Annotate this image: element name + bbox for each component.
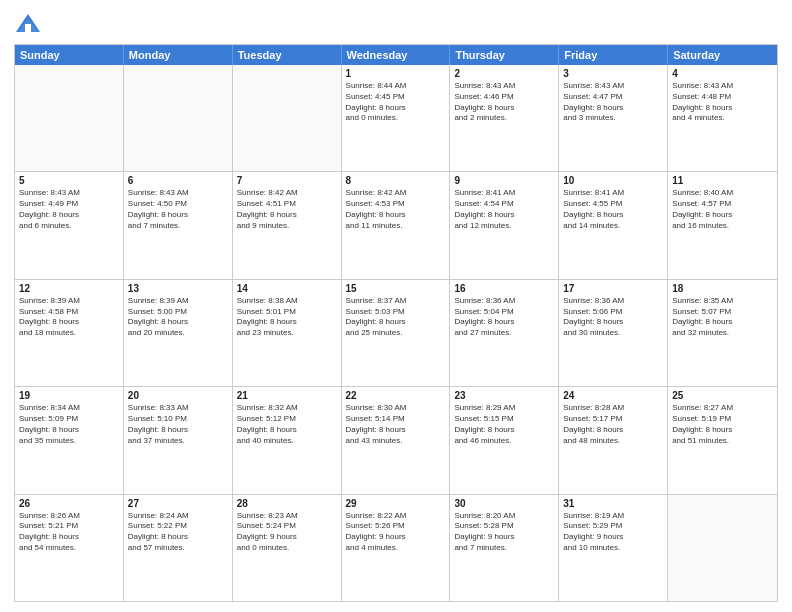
calendar-cell-empty-0-2	[233, 65, 342, 171]
day-number: 12	[19, 283, 119, 294]
day-number: 5	[19, 175, 119, 186]
weekday-header-saturday: Saturday	[668, 45, 777, 65]
day-number: 3	[563, 68, 663, 79]
calendar-body: 1Sunrise: 8:44 AMSunset: 4:45 PMDaylight…	[15, 65, 777, 601]
cell-detail: Sunrise: 8:34 AMSunset: 5:09 PMDaylight:…	[19, 403, 119, 446]
calendar-cell-30: 30Sunrise: 8:20 AMSunset: 5:28 PMDayligh…	[450, 495, 559, 601]
cell-detail: Sunrise: 8:43 AMSunset: 4:47 PMDaylight:…	[563, 81, 663, 124]
day-number: 16	[454, 283, 554, 294]
calendar-cell-12: 12Sunrise: 8:39 AMSunset: 4:58 PMDayligh…	[15, 280, 124, 386]
calendar-week-4: 19Sunrise: 8:34 AMSunset: 5:09 PMDayligh…	[15, 387, 777, 494]
cell-detail: Sunrise: 8:32 AMSunset: 5:12 PMDaylight:…	[237, 403, 337, 446]
cell-detail: Sunrise: 8:20 AMSunset: 5:28 PMDaylight:…	[454, 511, 554, 554]
cell-detail: Sunrise: 8:19 AMSunset: 5:29 PMDaylight:…	[563, 511, 663, 554]
calendar-cell-29: 29Sunrise: 8:22 AMSunset: 5:26 PMDayligh…	[342, 495, 451, 601]
header	[14, 10, 778, 38]
calendar-cell-empty-0-0	[15, 65, 124, 171]
cell-detail: Sunrise: 8:24 AMSunset: 5:22 PMDaylight:…	[128, 511, 228, 554]
day-number: 7	[237, 175, 337, 186]
day-number: 4	[672, 68, 773, 79]
calendar-page: SundayMondayTuesdayWednesdayThursdayFrid…	[0, 0, 792, 612]
svg-rect-3	[25, 24, 31, 32]
cell-detail: Sunrise: 8:29 AMSunset: 5:15 PMDaylight:…	[454, 403, 554, 446]
calendar-cell-2: 2Sunrise: 8:43 AMSunset: 4:46 PMDaylight…	[450, 65, 559, 171]
day-number: 8	[346, 175, 446, 186]
day-number: 28	[237, 498, 337, 509]
calendar-cell-11: 11Sunrise: 8:40 AMSunset: 4:57 PMDayligh…	[668, 172, 777, 278]
cell-detail: Sunrise: 8:35 AMSunset: 5:07 PMDaylight:…	[672, 296, 773, 339]
calendar-cell-26: 26Sunrise: 8:26 AMSunset: 5:21 PMDayligh…	[15, 495, 124, 601]
calendar-week-1: 1Sunrise: 8:44 AMSunset: 4:45 PMDaylight…	[15, 65, 777, 172]
calendar-cell-8: 8Sunrise: 8:42 AMSunset: 4:53 PMDaylight…	[342, 172, 451, 278]
cell-detail: Sunrise: 8:43 AMSunset: 4:50 PMDaylight:…	[128, 188, 228, 231]
day-number: 26	[19, 498, 119, 509]
calendar-cell-17: 17Sunrise: 8:36 AMSunset: 5:06 PMDayligh…	[559, 280, 668, 386]
cell-detail: Sunrise: 8:43 AMSunset: 4:48 PMDaylight:…	[672, 81, 773, 124]
calendar-cell-empty-4-6	[668, 495, 777, 601]
calendar-week-3: 12Sunrise: 8:39 AMSunset: 4:58 PMDayligh…	[15, 280, 777, 387]
weekday-header-tuesday: Tuesday	[233, 45, 342, 65]
cell-detail: Sunrise: 8:33 AMSunset: 5:10 PMDaylight:…	[128, 403, 228, 446]
day-number: 15	[346, 283, 446, 294]
calendar-cell-22: 22Sunrise: 8:30 AMSunset: 5:14 PMDayligh…	[342, 387, 451, 493]
calendar-cell-10: 10Sunrise: 8:41 AMSunset: 4:55 PMDayligh…	[559, 172, 668, 278]
calendar-cell-4: 4Sunrise: 8:43 AMSunset: 4:48 PMDaylight…	[668, 65, 777, 171]
calendar-cell-23: 23Sunrise: 8:29 AMSunset: 5:15 PMDayligh…	[450, 387, 559, 493]
cell-detail: Sunrise: 8:22 AMSunset: 5:26 PMDaylight:…	[346, 511, 446, 554]
day-number: 19	[19, 390, 119, 401]
day-number: 21	[237, 390, 337, 401]
cell-detail: Sunrise: 8:38 AMSunset: 5:01 PMDaylight:…	[237, 296, 337, 339]
day-number: 18	[672, 283, 773, 294]
cell-detail: Sunrise: 8:36 AMSunset: 5:04 PMDaylight:…	[454, 296, 554, 339]
day-number: 25	[672, 390, 773, 401]
day-number: 2	[454, 68, 554, 79]
day-number: 6	[128, 175, 228, 186]
calendar: SundayMondayTuesdayWednesdayThursdayFrid…	[14, 44, 778, 602]
day-number: 17	[563, 283, 663, 294]
cell-detail: Sunrise: 8:42 AMSunset: 4:53 PMDaylight:…	[346, 188, 446, 231]
cell-detail: Sunrise: 8:43 AMSunset: 4:49 PMDaylight:…	[19, 188, 119, 231]
cell-detail: Sunrise: 8:43 AMSunset: 4:46 PMDaylight:…	[454, 81, 554, 124]
day-number: 22	[346, 390, 446, 401]
calendar-cell-3: 3Sunrise: 8:43 AMSunset: 4:47 PMDaylight…	[559, 65, 668, 171]
cell-detail: Sunrise: 8:41 AMSunset: 4:55 PMDaylight:…	[563, 188, 663, 231]
calendar-cell-19: 19Sunrise: 8:34 AMSunset: 5:09 PMDayligh…	[15, 387, 124, 493]
day-number: 30	[454, 498, 554, 509]
calendar-cell-5: 5Sunrise: 8:43 AMSunset: 4:49 PMDaylight…	[15, 172, 124, 278]
day-number: 27	[128, 498, 228, 509]
calendar-cell-16: 16Sunrise: 8:36 AMSunset: 5:04 PMDayligh…	[450, 280, 559, 386]
calendar-cell-18: 18Sunrise: 8:35 AMSunset: 5:07 PMDayligh…	[668, 280, 777, 386]
weekday-header-wednesday: Wednesday	[342, 45, 451, 65]
weekday-header-sunday: Sunday	[15, 45, 124, 65]
day-number: 13	[128, 283, 228, 294]
cell-detail: Sunrise: 8:23 AMSunset: 5:24 PMDaylight:…	[237, 511, 337, 554]
calendar-cell-1: 1Sunrise: 8:44 AMSunset: 4:45 PMDaylight…	[342, 65, 451, 171]
weekday-header-thursday: Thursday	[450, 45, 559, 65]
calendar-cell-empty-0-1	[124, 65, 233, 171]
calendar-header: SundayMondayTuesdayWednesdayThursdayFrid…	[15, 45, 777, 65]
weekday-header-friday: Friday	[559, 45, 668, 65]
day-number: 14	[237, 283, 337, 294]
cell-detail: Sunrise: 8:41 AMSunset: 4:54 PMDaylight:…	[454, 188, 554, 231]
cell-detail: Sunrise: 8:28 AMSunset: 5:17 PMDaylight:…	[563, 403, 663, 446]
calendar-cell-27: 27Sunrise: 8:24 AMSunset: 5:22 PMDayligh…	[124, 495, 233, 601]
cell-detail: Sunrise: 8:36 AMSunset: 5:06 PMDaylight:…	[563, 296, 663, 339]
cell-detail: Sunrise: 8:44 AMSunset: 4:45 PMDaylight:…	[346, 81, 446, 124]
calendar-cell-28: 28Sunrise: 8:23 AMSunset: 5:24 PMDayligh…	[233, 495, 342, 601]
day-number: 29	[346, 498, 446, 509]
cell-detail: Sunrise: 8:26 AMSunset: 5:21 PMDaylight:…	[19, 511, 119, 554]
day-number: 11	[672, 175, 773, 186]
day-number: 20	[128, 390, 228, 401]
day-number: 23	[454, 390, 554, 401]
calendar-week-5: 26Sunrise: 8:26 AMSunset: 5:21 PMDayligh…	[15, 495, 777, 601]
calendar-cell-9: 9Sunrise: 8:41 AMSunset: 4:54 PMDaylight…	[450, 172, 559, 278]
logo-icon	[14, 10, 42, 38]
calendar-cell-20: 20Sunrise: 8:33 AMSunset: 5:10 PMDayligh…	[124, 387, 233, 493]
cell-detail: Sunrise: 8:37 AMSunset: 5:03 PMDaylight:…	[346, 296, 446, 339]
calendar-week-2: 5Sunrise: 8:43 AMSunset: 4:49 PMDaylight…	[15, 172, 777, 279]
calendar-cell-31: 31Sunrise: 8:19 AMSunset: 5:29 PMDayligh…	[559, 495, 668, 601]
day-number: 1	[346, 68, 446, 79]
calendar-cell-6: 6Sunrise: 8:43 AMSunset: 4:50 PMDaylight…	[124, 172, 233, 278]
cell-detail: Sunrise: 8:39 AMSunset: 4:58 PMDaylight:…	[19, 296, 119, 339]
cell-detail: Sunrise: 8:39 AMSunset: 5:00 PMDaylight:…	[128, 296, 228, 339]
